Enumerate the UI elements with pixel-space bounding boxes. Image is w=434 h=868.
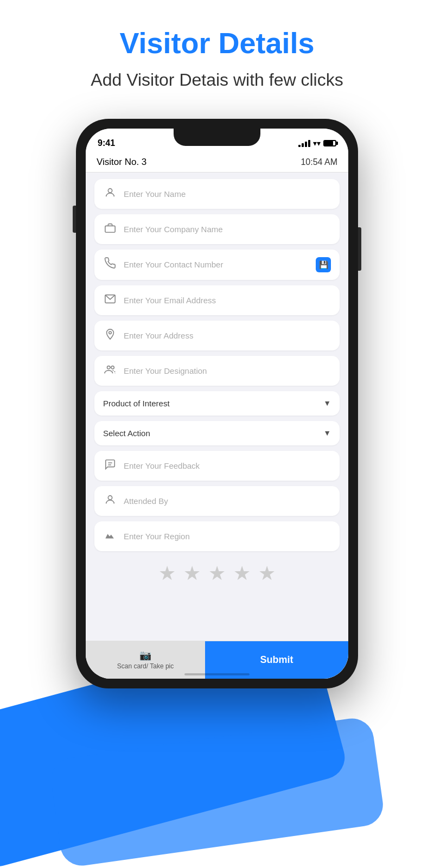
save-contact-button[interactable]: 💾 bbox=[316, 257, 331, 272]
page-subtitle: Add Visitor Detais with few clicks bbox=[0, 69, 434, 92]
email-icon bbox=[103, 293, 117, 308]
email-field[interactable]: Enter Your Email Address bbox=[94, 285, 340, 315]
svg-rect-1 bbox=[105, 226, 115, 232]
rating-stars[interactable]: ★ ★ ★ ★ ★ bbox=[94, 557, 340, 592]
star-2[interactable]: ★ bbox=[183, 562, 201, 585]
attended-icon bbox=[103, 494, 117, 508]
app-time: 10:54 AM bbox=[301, 157, 337, 167]
camera-icon: 📷 bbox=[139, 649, 151, 661]
contact-field[interactable]: Enter Your Contact Number 💾 bbox=[94, 250, 340, 280]
region-icon bbox=[103, 529, 117, 544]
name-placeholder: Enter Your Name bbox=[124, 189, 331, 199]
name-field[interactable]: Enter Your Name bbox=[94, 179, 340, 209]
address-placeholder: Enter Your Address bbox=[124, 331, 331, 340]
product-dropdown-arrow: ▼ bbox=[323, 399, 331, 407]
action-label: Select Action bbox=[103, 429, 150, 438]
svg-point-5 bbox=[111, 366, 114, 369]
feedback-icon bbox=[103, 458, 117, 473]
scan-label: Scan card/ Take pic bbox=[117, 662, 174, 670]
product-label: Product of Interest bbox=[103, 399, 170, 408]
home-indicator bbox=[184, 673, 250, 675]
person-icon bbox=[103, 187, 117, 201]
status-time: 9:41 bbox=[98, 138, 115, 148]
attended-field[interactable]: Attended By bbox=[94, 486, 340, 516]
status-icons: ▾▾ bbox=[298, 139, 336, 148]
location-icon bbox=[103, 328, 117, 343]
region-placeholder: Enter Your Region bbox=[124, 532, 331, 541]
briefcase-icon bbox=[103, 222, 117, 237]
address-field[interactable]: Enter Your Address bbox=[94, 321, 340, 350]
contact-placeholder: Enter Your Contact Number bbox=[124, 260, 309, 269]
save-icon: 💾 bbox=[319, 260, 328, 269]
svg-point-0 bbox=[108, 189, 112, 193]
page-title: Visitor Details bbox=[0, 27, 434, 59]
star-5[interactable]: ★ bbox=[258, 562, 276, 585]
feedback-field[interactable]: Enter Your Feedback bbox=[94, 451, 340, 481]
visitor-label: Visitor No. 3 bbox=[97, 157, 146, 168]
region-field[interactable]: Enter Your Region bbox=[94, 521, 340, 551]
svg-point-8 bbox=[108, 496, 112, 500]
star-4[interactable]: ★ bbox=[233, 562, 251, 585]
app-header: Visitor No. 3 10:54 AM bbox=[86, 152, 348, 173]
group-icon bbox=[103, 363, 117, 378]
attended-placeholder: Attended By bbox=[124, 496, 331, 506]
star-1[interactable]: ★ bbox=[158, 562, 176, 585]
designation-placeholder: Enter Your Designation bbox=[124, 366, 331, 375]
designation-field[interactable]: Enter Your Designation bbox=[94, 356, 340, 386]
product-dropdown[interactable]: Product of Interest ▼ bbox=[94, 391, 340, 416]
svg-point-4 bbox=[107, 366, 111, 369]
page-header: Visitor Details Add Visitor Detais with … bbox=[0, 0, 434, 103]
signal-bars-icon bbox=[298, 139, 310, 147]
email-placeholder: Enter Your Email Address bbox=[124, 296, 331, 305]
company-field[interactable]: Enter Your Company Name bbox=[94, 214, 340, 244]
action-dropdown-arrow: ▼ bbox=[323, 429, 331, 437]
phone-screen: 9:41 ▾▾ Visitor No. 3 10: bbox=[86, 129, 348, 679]
action-dropdown[interactable]: Select Action ▼ bbox=[94, 421, 340, 445]
battery-icon bbox=[323, 140, 336, 146]
feedback-placeholder: Enter Your Feedback bbox=[124, 461, 331, 470]
phone-notch bbox=[174, 129, 260, 146]
company-placeholder: Enter Your Company Name bbox=[124, 225, 331, 234]
phone-frame: 9:41 ▾▾ Visitor No. 3 10: bbox=[76, 119, 358, 688]
star-3[interactable]: ★ bbox=[208, 562, 226, 585]
phone-container: 9:41 ▾▾ Visitor No. 3 10: bbox=[0, 119, 434, 688]
form-area[interactable]: Enter Your Name Enter Your Company Name … bbox=[86, 173, 348, 636]
wifi-icon: ▾▾ bbox=[313, 139, 321, 148]
phone-icon bbox=[103, 257, 117, 272]
